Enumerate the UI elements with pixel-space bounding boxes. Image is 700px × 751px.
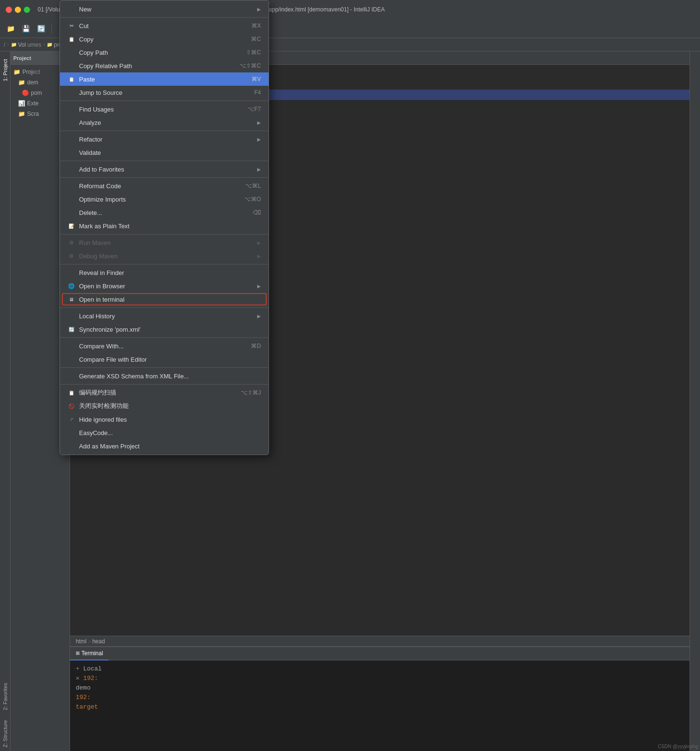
compare-shortcut: ⌘D xyxy=(251,343,261,349)
menu-item-debug-maven: ⚙ Debug Maven ▶ xyxy=(60,249,269,263)
terminal-line-1: + Local xyxy=(76,664,684,674)
menu-label-generate-xsd: Generate XSD Schema from XML File... xyxy=(79,373,261,380)
folder-icon[interactable]: 📁 xyxy=(4,22,17,35)
menu-item-open-terminal[interactable]: 🖥 Open in terminal xyxy=(60,293,269,306)
reformat-shortcut: ⌥⌘L xyxy=(245,183,261,189)
menu-item-local-history[interactable]: Local History ▶ xyxy=(60,309,269,323)
terminal-line-2: ✕ 192: xyxy=(76,674,684,683)
minimize-button[interactable] xyxy=(15,7,21,13)
menu-label-open-browser: Open in Browser xyxy=(79,283,253,290)
optimize-shortcut: ⌥⌘O xyxy=(244,196,261,203)
menu-item-paste[interactable]: 📋 Paste ⌘V xyxy=(60,72,269,86)
menu-item-reformat[interactable]: Reformat Code ⌥⌘L xyxy=(60,179,269,193)
divider xyxy=(60,177,269,178)
divider xyxy=(60,307,269,308)
file-icon: 🔴 xyxy=(22,90,29,96)
menu-label-close-realtime: 关闭实时检测功能 xyxy=(79,402,261,410)
menu-item-analyze[interactable]: Analyze ▶ xyxy=(60,116,269,129)
finder-icon xyxy=(68,269,75,276)
terminal-line-3: demo xyxy=(76,683,684,693)
cut-shortcut: ⌘X xyxy=(251,22,261,29)
menu-item-mark-plain[interactable]: 📝 Mark as Plain Text xyxy=(60,219,269,233)
copy-path-icon xyxy=(68,49,75,56)
vtab-project[interactable]: 1: Project xyxy=(1,55,10,85)
status-head: head xyxy=(92,638,105,645)
save-icon[interactable]: 💾 xyxy=(19,22,32,35)
menu-item-copy-relative[interactable]: Copy Relative Path ⌥⇧⌘C xyxy=(60,59,269,72)
menu-item-find-usages[interactable]: Find Usages ⌥F7 xyxy=(60,102,269,116)
menu-item-close-realtime[interactable]: 🚫 关闭实时检测功能 xyxy=(60,399,269,413)
divider xyxy=(60,17,269,18)
close-button[interactable] xyxy=(6,7,12,13)
vtab-favorites[interactable]: 2: Favorites xyxy=(1,679,10,714)
bottom-panel: ⊞ Terminal + Local ✕ 192: demo 192: xyxy=(70,646,690,751)
folder-icon: 📁 xyxy=(13,69,20,75)
folder-icon: 📁 xyxy=(18,79,25,86)
divider xyxy=(60,161,269,161)
menu-item-add-maven[interactable]: Add as Maven Project xyxy=(60,439,269,453)
maximize-button[interactable] xyxy=(24,7,30,13)
favorites-icon xyxy=(68,165,75,173)
menu-label-paste: Paste xyxy=(79,76,248,83)
delete-shortcut: ⌫ xyxy=(253,209,261,216)
status-html: html xyxy=(76,638,87,645)
menu-item-optimize[interactable]: Optimize Imports ⌥⌘O xyxy=(60,193,269,206)
menu-item-jump-source[interactable]: Jump to Source F4 xyxy=(60,86,269,99)
breadcrumb-volumes[interactable]: 📁 Volumes xyxy=(11,41,41,48)
arrow-icon: ▶ xyxy=(257,7,261,12)
terminal-line-4: 192: xyxy=(76,693,684,702)
add-maven-icon xyxy=(68,442,75,450)
sync-icon[interactable]: 🔄 xyxy=(34,22,48,35)
run-maven-icon: ⚙ xyxy=(68,239,75,246)
menu-item-cut[interactable]: ✂ Cut ⌘X xyxy=(60,19,269,32)
terminal-content[interactable]: + Local ✕ 192: demo 192: target xyxy=(70,660,690,751)
copy-path-shortcut: ⇧⌘C xyxy=(246,49,261,56)
menu-item-new[interactable]: New ▶ xyxy=(60,2,269,16)
easycode-icon xyxy=(68,429,75,436)
mark-plain-icon: 📝 xyxy=(68,222,75,230)
menu-item-compare-file[interactable]: Compare File with Editor xyxy=(60,353,269,366)
folder-icon: 📁 xyxy=(18,111,25,117)
menu-label-compare-file: Compare File with Editor xyxy=(79,356,261,363)
menu-label-reveal-finder: Reveal in Finder xyxy=(79,269,261,276)
menu-label-find-usages: Find Usages xyxy=(79,106,244,113)
arrow-icon: ▶ xyxy=(257,240,261,245)
copy-relative-icon xyxy=(68,62,75,70)
tab-terminal[interactable]: ⊞ Terminal xyxy=(70,647,109,660)
menu-item-open-browser[interactable]: 🌐 Open in Browser ▶ xyxy=(60,279,269,293)
menu-label-add-maven: Add as Maven Project xyxy=(79,443,261,450)
divider xyxy=(60,264,269,264)
breadcrumb-slash: / xyxy=(4,41,5,48)
code-scan-shortcut: ⌥⇧⌘J xyxy=(241,389,261,396)
menu-label-copy: Copy xyxy=(79,36,247,43)
menu-item-synchronize[interactable]: 🔄 Synchronize 'pom.xml' xyxy=(60,323,269,336)
menu-item-validate[interactable]: Validate xyxy=(60,146,269,159)
menu-item-easycode[interactable]: EasyCode... xyxy=(60,426,269,439)
menu-label-compare-with: Compare With... xyxy=(79,343,247,350)
menu-item-add-favorites[interactable]: Add to Favorites ▶ xyxy=(60,162,269,176)
menu-item-compare-with[interactable]: Compare With... ⌘D xyxy=(60,339,269,353)
compare-file-icon xyxy=(68,355,75,363)
optimize-icon xyxy=(68,195,75,203)
menu-item-delete[interactable]: Delete... ⌫ xyxy=(60,206,269,219)
menu-label-code-scan: 编码规约扫描 xyxy=(79,388,237,397)
menu-item-code-scan[interactable]: 📋 编码规约扫描 ⌥⇧⌘J xyxy=(60,386,269,399)
menu-item-reveal-finder[interactable]: Reveal in Finder xyxy=(60,266,269,279)
history-icon xyxy=(68,312,75,320)
arrow-icon: ▶ xyxy=(257,314,261,319)
analyze-icon xyxy=(68,119,75,126)
menu-item-copy-path[interactable]: Copy Path ⇧⌘C xyxy=(60,46,269,59)
find-icon xyxy=(68,105,75,113)
vtab-structure[interactable]: Z: Structure xyxy=(1,716,10,751)
menu-item-hide-ignored[interactable]: .i* Hide ignored files xyxy=(60,413,269,426)
menu-item-copy[interactable]: 📋 Copy ⌘C xyxy=(60,32,269,46)
menu-item-generate-xsd[interactable]: Generate XSD Schema from XML File... xyxy=(60,369,269,383)
divider xyxy=(60,131,269,131)
watermark: CSDN @yyyjinying xyxy=(658,744,698,749)
divider xyxy=(60,367,269,368)
browser-icon: 🌐 xyxy=(68,282,75,290)
jump-icon xyxy=(68,89,75,96)
menu-item-refactor[interactable]: Refactor ▶ xyxy=(60,132,269,146)
validate-icon xyxy=(68,149,75,156)
terminal-tab-icon: ⊞ xyxy=(76,650,80,656)
